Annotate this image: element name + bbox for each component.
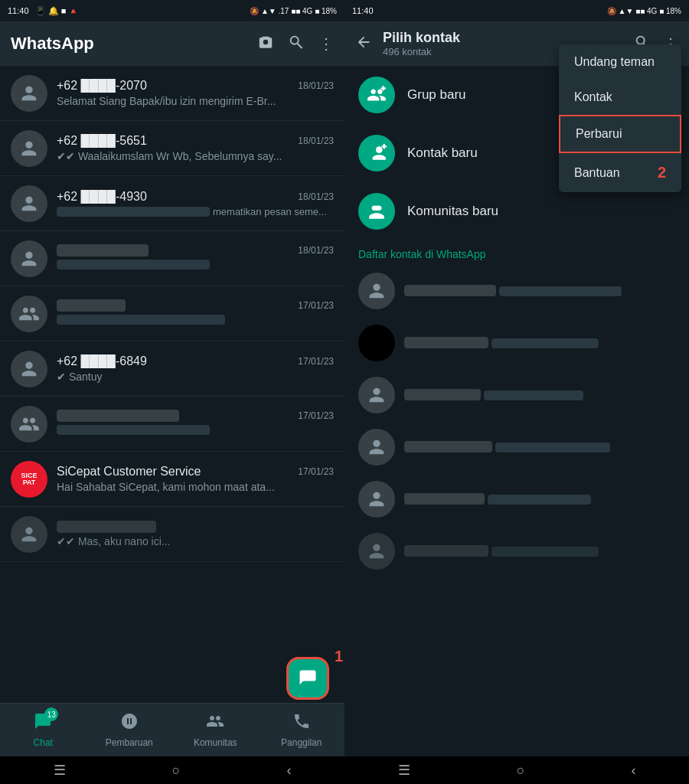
avatar-7 [11,406,47,443]
back-button[interactable] [355,34,372,54]
chat-item-7[interactable]: 17/01/23 [0,397,344,452]
chat-name-2: +62 ████-5651 [57,134,147,148]
chat-item-2[interactable]: +62 ████-5651 18/01/23 ✔✔ Waalaikumslam … [0,121,344,176]
contact-info-5 [404,492,675,508]
chat-time-1: 18/01/23 [298,80,334,91]
contact-info-6 [404,544,675,560]
dropdown-refresh[interactable]: Perbarui [559,115,681,153]
number-label-1: 1 [335,648,343,665]
chat-content-4: 18/01/23 [57,244,334,273]
dropdown-contacts[interactable]: Kontak [559,80,681,115]
sys-back-left[interactable]: ‹ [286,763,291,779]
grup-baru-label: Grup baru [407,87,466,103]
dropdown-invite-friends[interactable]: Undang teman [559,44,681,80]
chat-name-3: +62 ████-4930 [57,190,147,204]
sys-menu-left[interactable]: ☰ [54,762,66,779]
chat-nav-icon: 13 [34,712,52,735]
chat-preview-7-blur [57,425,210,435]
header-icons: ⋮ [257,34,334,54]
sys-home-right[interactable]: ○ [517,763,525,779]
contact-name-2 [404,337,488,348]
komunitas-baru-label: Komunitas baru [407,204,498,219]
chat-item-1[interactable]: +62 ████-2070 18/01/23 Selamat Siang Bap… [0,66,344,121]
network-icons-right: 🔕 ▲▼ ■■ 4G ■ 18% [607,7,681,15]
chat-item-6[interactable]: +62 ████-6849 17/01/23 ✔ Santuy [0,341,344,397]
chat-time-2: 18/01/23 [298,136,334,146]
communities-nav-label: Komunitas [194,737,237,748]
chat-name-9-blur [57,521,156,533]
chat-time-7: 17/01/23 [298,410,334,421]
chat-time-4: 18/01/23 [298,245,334,256]
nav-calls[interactable]: Panggilan [259,712,345,748]
chat-content-9: ✔✔ Mas, aku nano ici... [57,521,334,547]
system-nav-right: ☰ ○ ‹ [344,756,689,784]
contact-status-3 [484,390,583,400]
chat-content-8: SiCepat Customer Service 17/01/23 Hai Sa… [57,465,334,493]
contact-item-3[interactable] [344,369,689,421]
chat-time-8: 17/01/23 [298,466,334,477]
contacts-section-header: Daftar kontak di WhatsApp [344,240,689,265]
contact-avatar-5 [358,481,395,518]
updates-nav-icon [120,712,139,735]
search-icon-left[interactable] [288,34,305,54]
contact-item-6[interactable] [344,525,689,577]
status-icons-right: 🔕 ▲▼ ■■ 4G ■ 18% [607,7,681,15]
nav-communities[interactable]: Komunitas [172,712,259,748]
nav-updates[interactable]: Pembaruan [87,712,173,748]
contact-avatar-6 [358,533,395,570]
camera-icon[interactable] [257,34,274,54]
chat-content-7: 17/01/23 [57,410,334,438]
chat-content-6: +62 ████-6849 17/01/23 ✔ Santuy [57,354,334,383]
avatar-1 [11,75,47,112]
chat-item-4[interactable]: 18/01/23 [0,231,344,286]
avatar-2 [11,130,47,167]
time-left: 11:40 [8,6,29,15]
chat-preview-3-blur [57,207,210,217]
chat-preview-9: ✔✔ Mas, aku nano ici... [57,535,334,547]
chat-time-3: 18/01/23 [298,191,334,202]
chat-preview-5-blur [57,315,225,325]
network-icons-left: 🔕 ▲▼ .17 ■■ 4G ■ 18% [250,7,337,15]
chat-preview-8: Hai Sahabat SiCepat, kami mohon maat ata… [57,481,334,493]
contact-item-1[interactable] [344,265,689,317]
sys-menu-right[interactable]: ☰ [398,762,410,779]
sys-back-right[interactable]: ‹ [631,763,635,779]
chat-name-8: SiCepat Customer Service [57,465,201,479]
chat-item-8[interactable]: SICEPAT SiCepat Customer Service 17/01/2… [0,452,344,507]
chat-preview-4-blur [57,260,210,270]
right-panel: 11:40 🔕 ▲▼ ■■ 4G ■ 18% Pilih kontak 496 … [344,0,689,784]
contact-status-4 [495,443,610,452]
chat-name-1: +62 ████-2070 [57,79,147,93]
contact-info-1 [404,283,675,299]
contact-item-2[interactable] [344,317,689,369]
contact-status-1 [499,286,622,296]
avatar-9 [11,516,47,553]
contact-name-4 [404,441,492,452]
chat-name-4-blur [57,244,149,256]
chat-name-6: +62 ████-6849 [57,354,147,368]
chat-name-5-blur [57,299,126,312]
new-chat-fab[interactable] [286,657,329,700]
bottom-navigation: 13 Chat Pembaruan Komunitas Panggilan [0,703,344,756]
number-label-2: 2 [658,164,666,181]
grup-baru-icon [358,77,395,113]
more-menu-icon-left[interactable]: ⋮ [318,34,334,53]
chat-item-3[interactable]: +62 ████-4930 18/01/23 mematikan pesan s… [0,176,344,231]
status-bar-right: 11:40 🔕 ▲▼ ■■ 4G ■ 18% [344,0,689,21]
contact-item-4[interactable] [344,421,689,473]
status-time-left: 11:40 📱 🔔 ■ 🔺 [8,6,79,16]
status-right-left: 🔕 ▲▼ .17 ■■ 4G ■ 18% [250,7,337,15]
contact-avatar-2 [358,325,395,361]
contact-info-4 [404,439,675,456]
kontak-baru-label: Kontak baru [407,145,478,161]
status-icons-left: 📱 🔔 ■ 🔺 [35,6,80,16]
nav-chat[interactable]: 13 Chat [0,712,87,748]
contact-avatar-3 [358,377,395,413]
dropdown-menu: Undang teman Kontak Perbarui Bantuan 2 [559,44,681,192]
chat-item-9[interactable]: ✔✔ Mas, aku nano ici... [0,507,344,562]
contact-item-5[interactable] [344,473,689,525]
avatar-6 [11,351,47,387]
chat-preview-3-text: mematikan pesan seme... [213,206,327,217]
sys-home-left[interactable]: ○ [172,763,181,779]
chat-item-5[interactable]: 17/01/23 [0,286,344,341]
